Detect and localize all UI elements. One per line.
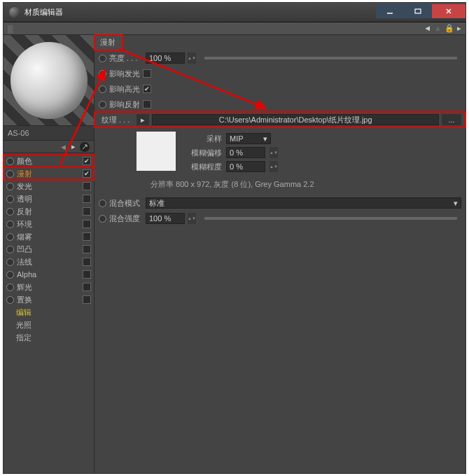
texture-browse-button[interactable]: ... — [442, 114, 461, 125]
channel-checkbox[interactable] — [83, 258, 91, 266]
menu-icon[interactable]: ▸ — [457, 24, 461, 33]
channel-label: 凹凸 — [17, 244, 83, 255]
blur-scale-spinner[interactable]: ▲▼ — [270, 161, 278, 172]
radio-icon[interactable] — [6, 284, 14, 291]
chevron-down-icon: ▾ — [454, 199, 458, 208]
channel-checkbox[interactable] — [83, 232, 91, 241]
radio-icon[interactable] — [6, 183, 14, 190]
texture-menu-button[interactable]: ▸ — [136, 114, 149, 125]
radio-icon[interactable] — [99, 70, 106, 78]
channel-checkbox[interactable] — [83, 207, 91, 216]
channel-checkbox[interactable] — [83, 283, 91, 291]
radio-icon[interactable] — [99, 200, 106, 207]
channel-checkbox[interactable] — [83, 195, 91, 203]
channel-checkbox[interactable] — [83, 220, 91, 228]
radio-icon[interactable] — [6, 233, 14, 241]
texture-thumbnail[interactable] — [136, 132, 176, 171]
affect-luminance-row: 影响发光 — [94, 66, 465, 81]
radio-icon[interactable] — [99, 215, 106, 223]
texture-detail: 采样 MIP▾ 模糊偏移 0 % ▲▼ 模糊程度 0 % ▲▼ — [94, 127, 465, 176]
channel-normal[interactable]: 法线 — [4, 255, 94, 268]
blur-offset-spinner[interactable]: ▲▼ — [270, 147, 278, 158]
channel-label: 置换 — [17, 295, 83, 305]
mix-strength-input[interactable]: 100 % — [146, 213, 185, 224]
radio-icon[interactable] — [6, 296, 14, 304]
chevron-down-icon: ▾ — [263, 134, 267, 144]
channel-bump[interactable]: 凹凸 — [4, 243, 94, 255]
channel-label: 辉光 — [17, 282, 83, 293]
sub-illumination[interactable]: 光照 — [4, 318, 94, 331]
prev-material-icon[interactable]: ◄ — [59, 143, 67, 151]
channel-checkbox[interactable] — [83, 270, 91, 279]
material-nav: ◄ ▸ — [4, 141, 94, 153]
brightness-spinner[interactable]: ▲▼ — [188, 52, 196, 64]
radio-icon[interactable] — [99, 55, 106, 62]
mix-strength-spinner[interactable]: ▲▼ — [188, 213, 196, 224]
radio-icon[interactable] — [99, 101, 106, 108]
titlebar[interactable]: 材质编辑器 — [4, 3, 465, 22]
channel-environment[interactable]: 环境 — [4, 218, 94, 230]
next-material-icon[interactable] — [80, 142, 90, 152]
channel-label: 发光 — [17, 181, 83, 192]
radio-icon[interactable] — [6, 195, 14, 203]
channel-luminance[interactable]: 发光 — [4, 180, 94, 192]
brightness-input[interactable]: 100 % — [146, 52, 185, 64]
affect-specular-checkbox[interactable] — [143, 85, 151, 93]
affect-reflection-checkbox[interactable] — [143, 100, 151, 108]
sub-edit[interactable]: 编辑 — [4, 306, 94, 318]
lock-icon[interactable]: 🔒 — [444, 24, 454, 33]
mix-strength-label: 混合强度 — [109, 214, 143, 224]
sidebar: AS-06 ◄ ▸ 颜色漫射发光透明反射环境烟雾凹凸法线Alpha辉光置换编辑光… — [4, 35, 94, 473]
radio-icon[interactable] — [6, 158, 14, 165]
channel-checkbox[interactable] — [83, 169, 91, 178]
texture-path-input[interactable]: C:\Users\Administrator\Desktop\纸片纹理.jpg — [152, 114, 439, 125]
affect-reflection-label: 影响反射 — [109, 99, 140, 110]
radio-icon[interactable] — [6, 208, 14, 216]
nav-back-icon[interactable]: ◄ — [424, 24, 431, 33]
texture-info: 分辨率 800 x 972, 灰度 (8 位), Grey Gamma 2.2 — [94, 176, 465, 195]
channel-displacement[interactable]: 置换 — [4, 293, 94, 306]
channel-checkbox[interactable] — [83, 245, 91, 253]
channel-label: 环境 — [17, 219, 83, 230]
affect-luminance-label: 影响发光 — [109, 69, 140, 79]
sub-assign[interactable]: 指定 — [4, 331, 94, 344]
minimize-button[interactable] — [376, 4, 404, 18]
channel-diffuse[interactable]: 漫射 — [4, 167, 94, 180]
close-button[interactable] — [432, 4, 465, 18]
maximize-button[interactable] — [404, 4, 432, 18]
radio-icon[interactable] — [6, 271, 14, 279]
mix-mode-dropdown[interactable]: 标准▾ — [146, 197, 461, 209]
affect-luminance-checkbox[interactable] — [143, 69, 151, 78]
radio-icon[interactable] — [6, 170, 14, 178]
affect-specular-label: 影响高光 — [109, 84, 140, 94]
affect-specular-row: 影响高光 — [94, 81, 465, 97]
material-name[interactable]: AS-06 — [4, 126, 94, 141]
blur-scale-label: 模糊程度 — [183, 162, 222, 172]
window-title: 材质编辑器 — [24, 7, 63, 18]
channel-checkbox[interactable] — [83, 295, 91, 304]
sampling-dropdown[interactable]: MIP▾ — [226, 133, 271, 144]
sep-icon: ▸ — [71, 142, 76, 151]
radio-icon[interactable] — [6, 246, 14, 253]
brightness-slider[interactable] — [204, 57, 457, 59]
channel-transparency[interactable]: 透明 — [4, 192, 94, 205]
channel-reflection[interactable]: 反射 — [4, 205, 94, 218]
material-preview[interactable] — [4, 35, 94, 126]
channel-fog[interactable]: 烟雾 — [4, 230, 94, 243]
channel-color[interactable]: 颜色 — [4, 155, 94, 167]
channel-label: 漫射 — [17, 169, 83, 179]
nav-fwd-icon[interactable]: ▲ — [434, 24, 442, 33]
channel-label: 颜色 — [17, 156, 83, 167]
radio-icon[interactable] — [6, 258, 14, 266]
channel-alpha[interactable]: Alpha — [4, 268, 94, 281]
channel-checkbox[interactable] — [83, 157, 91, 165]
radio-icon[interactable] — [99, 85, 106, 93]
main-panel: 漫射 亮度 . . . 100 % ▲▼ 影响发光 影响高光 影响反射 — [94, 35, 465, 473]
blur-offset-input[interactable]: 0 % — [226, 147, 265, 158]
channel-checkbox[interactable] — [83, 182, 91, 190]
channel-glow[interactable]: 辉光 — [4, 281, 94, 293]
mix-strength-slider[interactable] — [204, 217, 457, 220]
blur-scale-input[interactable]: 0 % — [226, 161, 265, 172]
radio-icon[interactable] — [6, 220, 14, 228]
window-controls — [376, 7, 465, 18]
